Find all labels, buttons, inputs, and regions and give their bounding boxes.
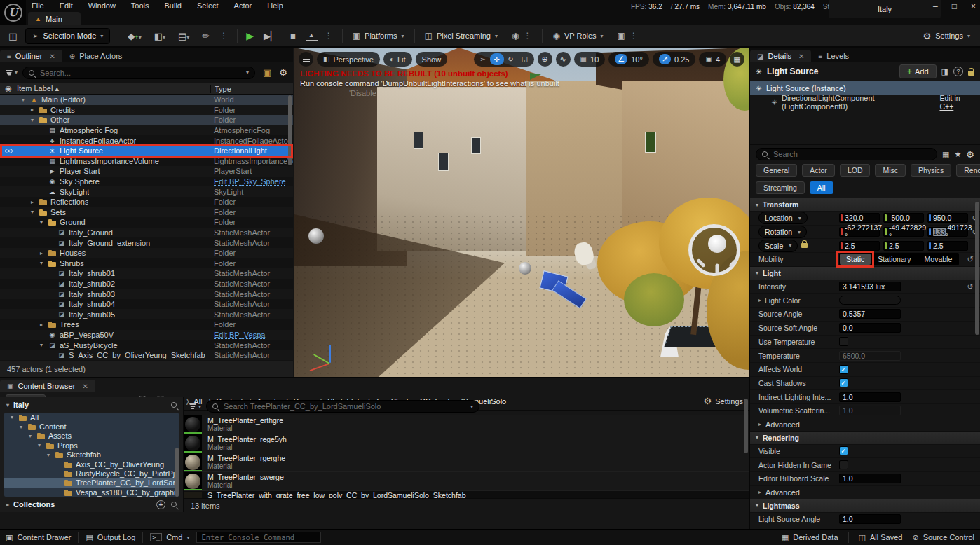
cb-search-box[interactable]: ▾ [206, 400, 479, 413]
cb-folder-row[interactable]: RustyBicycle_CC_by_PiotrPjotDyderski [4, 469, 179, 478]
tab-outliner[interactable]: ≡ Outliner✕ [0, 50, 62, 62]
light-advanced-expander[interactable]: ▸Advanced [750, 418, 980, 431]
cb-asset-scrollbar[interactable] [744, 399, 748, 453]
derived-data-button[interactable]: ▦Derived Data [782, 533, 838, 542]
visibility-eye-icon[interactable] [0, 149, 17, 153]
blueprint-edit-icon[interactable]: ◨ [941, 67, 948, 76]
expander-arrow-icon[interactable]: ▾ [20, 97, 27, 103]
location-dropdown[interactable]: Location▾ [758, 212, 808, 224]
outliner-row[interactable]: ▾ aS_RustyBicycle StaticMeshActor [0, 340, 293, 350]
outliner-row[interactable]: Light Source DirectionalLight [0, 146, 293, 156]
expander-arrow-icon[interactable]: ▾ [36, 442, 43, 448]
filter-chip[interactable]: LOD [840, 164, 871, 177]
outliner-row[interactable]: Italy_shrub05 StaticMeshActor [0, 309, 293, 319]
media-capture-icon[interactable]: ▣⋮ [613, 28, 643, 43]
save-icon[interactable]: ◫ [6, 29, 20, 43]
asset-row[interactable]: S_TreePlanter_with_grate_free_low_poly_C… [184, 491, 749, 498]
details-scrollbar[interactable] [975, 202, 979, 335]
expander-arrow-icon[interactable]: ▾ [38, 260, 45, 266]
scale-dropdown[interactable]: Scale▾ [758, 240, 798, 252]
outliner-row[interactable]: ▾ Other Folder [0, 115, 293, 125]
expander-arrow-icon[interactable]: ▸ [38, 322, 45, 328]
outliner-row[interactable]: Italy_Ground StaticMeshActor [0, 228, 293, 238]
asset-row[interactable]: M_TreePlanter_erthgreMaterial [184, 415, 749, 434]
cb-tree-scrollbar[interactable] [175, 448, 179, 497]
details-search-box[interactable] [756, 148, 937, 160]
filter-chip[interactable]: General [756, 164, 797, 177]
blueprints-icon[interactable]: ◧▾ [151, 29, 168, 43]
light-color-swatch[interactable] [839, 296, 901, 305]
use-temperature-checkbox[interactable] [839, 337, 848, 346]
indirect-lighting-input[interactable]: 1.0 [839, 392, 901, 402]
asset-row[interactable]: M_TreePlanter_rgergheMaterial [184, 453, 749, 472]
outliner-row[interactable]: ▾ Shrubs Folder [0, 258, 293, 269]
menu-item[interactable]: Actor [234, 1, 252, 10]
add-component-button[interactable]: +Add [899, 64, 937, 78]
pixel-streaming-dropdown[interactable]: ◫Pixel Streaming▾ [421, 28, 502, 43]
mobility-stationary-button[interactable]: Stationary [871, 254, 917, 265]
component-root-row[interactable]: ☀ Light Source (Instance) [750, 81, 980, 95]
cmd-dropdown[interactable]: >_Cmd▾ [150, 533, 189, 541]
unreal-logo-icon[interactable]: U [0, 0, 26, 25]
overflow-dots-icon[interactable]: ⋮ [219, 31, 229, 41]
search-icon[interactable] [171, 502, 177, 507]
lit-dropdown[interactable]: ◐Lit [383, 52, 412, 67]
vp-roles-dropdown[interactable]: ◉VP Roles▾ [548, 28, 607, 43]
filter-chip[interactable]: All [810, 181, 833, 194]
maximize-button[interactable]: □ [952, 1, 957, 11]
tab-levels[interactable]: ≡ Levels [811, 50, 856, 62]
mobility-movable-button[interactable]: Movable [918, 254, 959, 265]
expander-arrow-icon[interactable]: ▾ [38, 219, 45, 226]
expander-arrow-icon[interactable]: ▸ [29, 199, 36, 205]
expander-arrow-icon[interactable]: ▾ [18, 424, 25, 430]
perspective-dropdown[interactable]: ◧Perspective [317, 52, 380, 67]
show-dropdown[interactable]: Show [416, 52, 448, 67]
outliner-row[interactable]: SkyLight SkyLight [0, 186, 293, 197]
outliner-row[interactable]: ▾ Main (Editor) World [0, 95, 293, 105]
tab-content-browser[interactable]: ▣ Content Browser✕ [0, 380, 95, 392]
expander-arrow-icon[interactable]: ▸ [29, 106, 36, 113]
expander-arrow-icon[interactable]: ▾ [45, 452, 52, 458]
section-rendering[interactable]: ▾Rendering [750, 431, 980, 444]
sun-ball[interactable] [708, 235, 726, 253]
tab-place-actors[interactable]: ⊕ Place Actors [62, 50, 130, 62]
menu-item[interactable]: Tools [131, 1, 149, 10]
tab-main-level[interactable]: ▲ Main [28, 12, 81, 25]
scale-z-input[interactable]: 2.5 [927, 241, 968, 251]
asset-row[interactable]: M_TreePlanter_swergeMaterial [184, 472, 749, 491]
location-x-input[interactable]: 320.0 [839, 213, 880, 223]
cb-folder-row[interactable]: ▾ Assets [4, 432, 179, 441]
rotation-x-input[interactable]: -62.272137 ° [839, 227, 880, 237]
scale-y-input[interactable]: 2.5 [883, 241, 924, 251]
menu-item[interactable]: Select [197, 1, 219, 10]
stop-button[interactable]: ■ [287, 29, 299, 43]
cb-collections-row[interactable]: ▸ Collections + [0, 497, 183, 512]
outliner-row[interactable]: Italy_shrub02 StaticMeshActor [0, 279, 293, 289]
component-child-row[interactable]: ☀ DirectionalLightComponent (LightCompon… [750, 95, 980, 109]
new-folder-icon[interactable]: ▣ [260, 66, 274, 79]
outliner-row[interactable]: ▸ Credits Folder [0, 105, 293, 116]
expander-arrow-icon[interactable]: ▸ [6, 502, 9, 508]
collapse-icon[interactable]: ▾ [6, 402, 9, 408]
platforms-dropdown[interactable]: ▣Platforms▾ [348, 28, 409, 43]
cb-search-input[interactable] [222, 401, 466, 411]
rendering-advanced-expander[interactable]: ▸Advanced [750, 485, 980, 499]
outliner-row[interactable]: Atmospheric Fog AtmosphericFog [0, 125, 293, 136]
cb-folder-row[interactable]: ▾ Props [4, 441, 179, 450]
outliner-scrollbar[interactable] [288, 95, 292, 165]
location-z-input[interactable]: 950.0 [927, 213, 968, 223]
expander-arrow-icon[interactable]: ▸ [38, 250, 45, 256]
eject-button[interactable]: ▲ [306, 31, 318, 41]
outliner-row[interactable]: Italy_Ground_extension StaticMeshActor [0, 237, 293, 248]
rotation-y-input[interactable]: -49.472829 ° [883, 227, 924, 237]
expander-arrow-icon[interactable]: ▾ [27, 433, 34, 439]
outliner-row[interactable]: ▾ Ground Folder [0, 217, 293, 228]
cinematics-icon[interactable]: ▤▾ [175, 29, 192, 43]
asset-row[interactable]: M_TreePlanter_rege5yhMaterial [184, 434, 749, 453]
rotation-z-input[interactable]: 133.491723 ° [927, 227, 968, 237]
outliner-settings-gear-icon[interactable]: ⚙ [279, 67, 287, 78]
expander-arrow-icon[interactable]: ▾ [29, 209, 36, 215]
intensity-input[interactable]: 3.141593 lux [839, 282, 901, 291]
section-lightmass[interactable]: ▾Lightmass [750, 499, 980, 512]
actor-hidden-checkbox[interactable] [839, 460, 848, 469]
